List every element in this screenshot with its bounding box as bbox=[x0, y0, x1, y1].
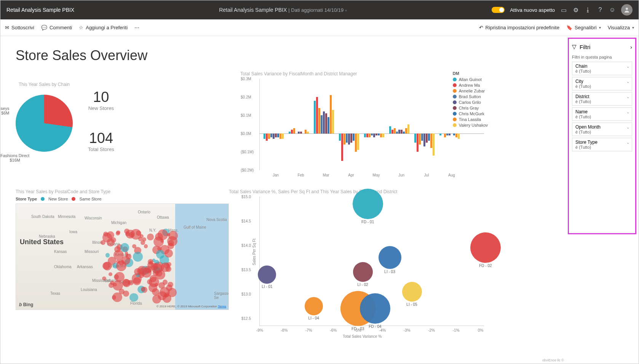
bar[interactable] bbox=[419, 134, 421, 145]
bar[interactable] bbox=[293, 128, 295, 134]
filter-card-district[interactable]: Districtè (Tutto)⌄ bbox=[572, 92, 632, 106]
bar[interactable] bbox=[407, 124, 409, 134]
map-store-dot[interactable] bbox=[128, 280, 133, 285]
bar[interactable] bbox=[321, 115, 323, 134]
map-store-dot[interactable] bbox=[126, 230, 134, 238]
legend-item[interactable]: Valery Ushakov bbox=[453, 123, 488, 127]
map-store-dot[interactable] bbox=[111, 237, 116, 243]
scatter-bubble[interactable] bbox=[402, 282, 422, 302]
scatter-bubble[interactable] bbox=[379, 246, 401, 269]
favorite-button[interactable]: ☆ Aggiungi a Preferiti bbox=[79, 25, 128, 30]
bar[interactable] bbox=[327, 117, 329, 134]
bar[interactable] bbox=[403, 132, 405, 134]
map-store-dot[interactable] bbox=[133, 277, 141, 285]
map-store-dot[interactable] bbox=[118, 259, 124, 265]
reset-button[interactable]: ↶ Ripristina impostazioni predefinite bbox=[479, 25, 559, 30]
map-store-dot[interactable] bbox=[152, 263, 162, 274]
bar[interactable] bbox=[382, 134, 384, 137]
bar[interactable] bbox=[266, 134, 268, 141]
legend-item[interactable]: Brad Sutton bbox=[453, 94, 488, 99]
map-store-dot[interactable] bbox=[140, 234, 144, 238]
bar[interactable] bbox=[414, 134, 416, 143]
bar[interactable] bbox=[268, 134, 270, 139]
bar[interactable] bbox=[346, 134, 348, 143]
bar[interactable] bbox=[458, 134, 460, 139]
kpi-new-stores[interactable]: 10 New Stores bbox=[88, 89, 114, 111]
bar[interactable] bbox=[280, 134, 281, 139]
legend-item[interactable]: Allan Guinot bbox=[453, 77, 488, 82]
bar[interactable] bbox=[439, 134, 441, 135]
bar[interactable] bbox=[282, 134, 284, 139]
map-store-dot[interactable] bbox=[165, 249, 173, 258]
bar[interactable] bbox=[357, 134, 359, 150]
bar[interactable] bbox=[307, 132, 309, 134]
bar-chart-visual[interactable]: Total Sales Variance by FiscalMonth and … bbox=[240, 71, 484, 170]
bar[interactable] bbox=[277, 134, 279, 137]
bar[interactable] bbox=[343, 134, 345, 145]
bar[interactable] bbox=[421, 134, 423, 141]
filters-header[interactable]: ▽ Filtri › bbox=[572, 42, 632, 53]
bar[interactable] bbox=[264, 134, 265, 139]
bar[interactable] bbox=[316, 97, 318, 134]
bar[interactable] bbox=[325, 113, 327, 134]
user-avatar[interactable] bbox=[621, 4, 633, 16]
bar[interactable] bbox=[350, 134, 352, 143]
map-store-dot[interactable] bbox=[101, 240, 105, 245]
bar[interactable] bbox=[348, 134, 350, 145]
bar[interactable] bbox=[401, 130, 403, 134]
bar[interactable] bbox=[323, 111, 325, 134]
bar[interactable] bbox=[318, 108, 320, 134]
legend-item[interactable]: Tina Lassila bbox=[453, 117, 488, 122]
bar[interactable] bbox=[380, 134, 382, 137]
bar[interactable] bbox=[314, 101, 316, 134]
map-store-dot[interactable] bbox=[120, 243, 129, 252]
map-store-dot[interactable] bbox=[167, 233, 170, 236]
map-visual[interactable]: This Year Sales by PostalCode and Store … bbox=[16, 189, 229, 339]
map-store-dot[interactable] bbox=[109, 272, 112, 276]
bar[interactable] bbox=[330, 95, 332, 134]
download-icon[interactable]: ⭳ bbox=[585, 6, 591, 13]
filter-card-chain[interactable]: Chainè (Tutto)⌄ bbox=[572, 62, 632, 75]
map-store-dot[interactable] bbox=[144, 244, 148, 248]
subscribe-button[interactable]: ✉ Sottoscrivi bbox=[5, 25, 34, 30]
bar[interactable] bbox=[300, 132, 302, 134]
scatter-bubble[interactable] bbox=[258, 265, 276, 284]
chevron-down-icon[interactable]: ▾ bbox=[345, 8, 347, 13]
bar[interactable] bbox=[426, 134, 428, 143]
map-store-dot[interactable] bbox=[158, 282, 165, 289]
map-store-dot[interactable] bbox=[133, 252, 143, 262]
map-store-dot[interactable] bbox=[158, 291, 166, 300]
filter-card-city[interactable]: Cityè (Tutto)⌄ bbox=[572, 77, 632, 91]
bar[interactable] bbox=[389, 126, 391, 134]
map-store-dot[interactable] bbox=[149, 277, 159, 287]
help-icon[interactable]: ? bbox=[597, 6, 604, 13]
map-store-dot[interactable] bbox=[129, 293, 138, 302]
gear-icon[interactable]: ⚙ bbox=[572, 6, 579, 13]
legend-item[interactable]: Annelie Zubar bbox=[453, 89, 488, 93]
bar[interactable] bbox=[270, 134, 272, 137]
map-store-dot[interactable] bbox=[147, 234, 154, 240]
legend-item[interactable]: Carlos Grilo bbox=[453, 100, 488, 105]
scatter-bubble[interactable] bbox=[353, 262, 373, 282]
map-store-dot[interactable] bbox=[153, 237, 164, 247]
map-store-dot[interactable] bbox=[141, 287, 145, 291]
bar[interactable] bbox=[275, 134, 277, 137]
feedback-icon[interactable]: ☺ bbox=[609, 6, 616, 13]
bar[interactable] bbox=[364, 134, 366, 137]
bar[interactable] bbox=[289, 132, 291, 134]
bar[interactable] bbox=[398, 130, 400, 134]
bar[interactable] bbox=[453, 134, 455, 135]
map-store-dot[interactable] bbox=[132, 244, 136, 248]
map-store-dot[interactable] bbox=[116, 231, 120, 235]
map-store-dot[interactable] bbox=[126, 254, 131, 259]
bar[interactable] bbox=[423, 134, 425, 146]
legend-item[interactable]: Chris McGurk bbox=[453, 111, 488, 116]
pie-kpi-visual[interactable]: This Year Sales by Chain Lindseys $6M Fa… bbox=[16, 71, 229, 170]
scatter-bubble[interactable] bbox=[305, 297, 323, 315]
bar[interactable] bbox=[371, 134, 373, 135]
bar[interactable] bbox=[366, 134, 368, 137]
scatter-visual[interactable]: Total Sales Variance %, Sales Per Sq Ft … bbox=[240, 189, 484, 339]
bar[interactable] bbox=[373, 134, 375, 137]
bar[interactable] bbox=[341, 134, 343, 161]
bar[interactable] bbox=[355, 134, 357, 152]
